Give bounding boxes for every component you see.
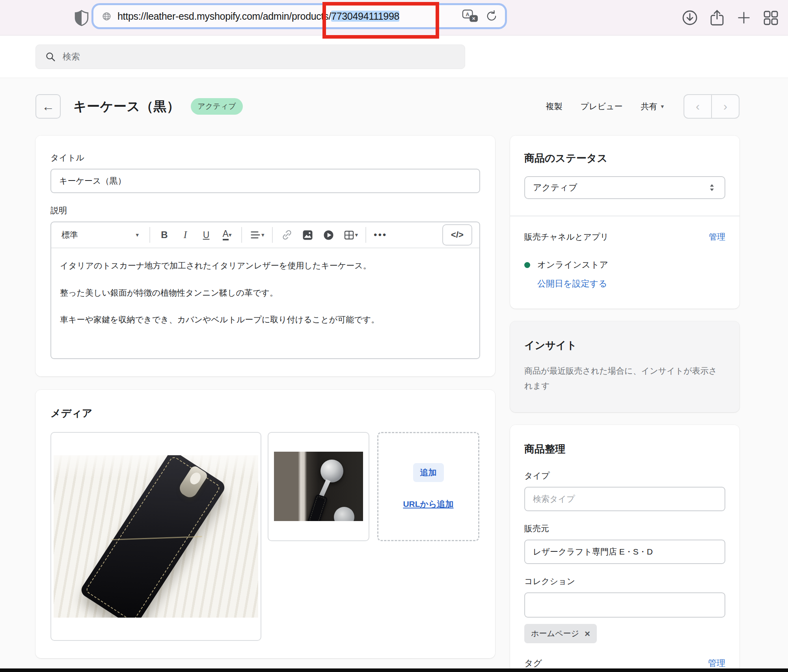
collection-tag-label: ホームページ: [531, 628, 579, 639]
vendor-label: 販売元: [524, 523, 725, 534]
reload-icon[interactable]: [485, 10, 498, 22]
product-pager: ‹ ›: [684, 94, 740, 119]
alignment-button[interactable]: ▾: [250, 229, 265, 241]
editor-toolbar: 標準 ▾ B I U A▾: [51, 222, 479, 248]
collections-label: コレクション: [524, 576, 725, 587]
organization-heading: 商品整理: [524, 442, 725, 456]
link-icon[interactable]: [280, 229, 294, 241]
tags-manage-link[interactable]: 管理: [708, 657, 725, 669]
tags-label: タグ: [524, 657, 542, 669]
title-label: タイトル: [50, 152, 480, 163]
new-tab-icon[interactable]: [736, 9, 752, 26]
svg-text:A: A: [466, 11, 469, 17]
remove-tag-icon[interactable]: ×: [585, 630, 590, 637]
share-button[interactable]: 共有▾: [641, 101, 664, 112]
chevron-left-icon: ‹: [696, 100, 700, 113]
globe-icon: [101, 10, 113, 22]
next-product-button[interactable]: ›: [712, 95, 739, 118]
chevron-down-icon: ▾: [261, 231, 265, 238]
search-icon: [45, 51, 56, 63]
chevron-down-icon: ▾: [661, 103, 664, 110]
insert-image-icon[interactable]: [301, 229, 315, 241]
tab-overview-icon[interactable]: [762, 9, 779, 26]
chevron-down-icon: ▾: [355, 231, 358, 238]
channels-label: 販売チャネルとアプリ: [524, 231, 609, 242]
collections-input[interactable]: [524, 592, 725, 618]
text-color-button[interactable]: A▾: [220, 229, 234, 240]
type-label: タイプ: [524, 470, 725, 481]
chevron-down-icon: ▾: [136, 231, 139, 238]
browser-chrome: https://leather-esd.myshopify.com/admin/…: [0, 0, 788, 35]
description-paragraph: 整った美しい銀面が特徴の植物性タンニン鞣しの革です。: [60, 287, 471, 299]
online-store-label: オンラインストア: [537, 259, 608, 271]
media-card: メディア: [35, 390, 495, 658]
status-select[interactable]: アクティブ: [524, 176, 725, 199]
prev-product-button[interactable]: ‹: [684, 95, 712, 118]
page-content: ← キーケース（黒） アクティブ 複製 プレビュー 共有▾ ‹ › タイトル 説…: [0, 78, 788, 672]
media-thumbnail-keycase[interactable]: [50, 432, 261, 641]
title-input[interactable]: [50, 169, 480, 193]
media-add-dropzone[interactable]: 追加 URLから追加: [377, 432, 479, 541]
description-editor: 標準 ▾ B I U A▾: [50, 222, 480, 359]
type-input[interactable]: [524, 487, 725, 511]
insights-heading: インサイト: [524, 339, 725, 352]
status-badge: アクティブ: [191, 98, 242, 115]
page-title: キーケース（黒）: [73, 98, 180, 115]
keycase-photo: [54, 455, 258, 618]
admin-search-bar: [0, 35, 788, 78]
search-input[interactable]: [63, 52, 456, 62]
annotation-red-box: [322, 2, 439, 39]
insights-card: インサイト 商品が最近販売された場合に、インサイトが表示されます: [510, 321, 740, 412]
set-publish-date-link[interactable]: 公開日を設定する: [537, 279, 607, 289]
translate-icon[interactable]: A ✕: [462, 8, 479, 24]
add-from-url-link[interactable]: URLから追加: [403, 499, 453, 510]
insert-table-icon[interactable]: ▾: [343, 229, 358, 241]
vendor-input[interactable]: [524, 540, 725, 564]
underline-button[interactable]: U: [199, 230, 213, 240]
leather-fob-shape: [307, 494, 328, 521]
italic-button[interactable]: I: [179, 229, 192, 240]
back-button[interactable]: ←: [35, 94, 61, 119]
product-status-card: 商品のステータス アクティブ 販売チャネルとアプリ 管理: [510, 136, 740, 309]
description-paragraph: 車キーや家鍵を収納できでき、カバンやベルトループに取り付けることが可能です。: [60, 313, 471, 326]
duplicate-button[interactable]: 複製: [546, 101, 563, 112]
url-input[interactable]: https://leather-esd.myshopify.com/admin/…: [93, 5, 505, 27]
svg-text:✕: ✕: [472, 16, 475, 21]
product-details-card: タイトル 説明 標準 ▾ B I U A▾: [35, 136, 495, 376]
insert-video-icon[interactable]: [322, 229, 335, 241]
select-updown-icon: [707, 182, 717, 193]
chevron-down-icon: ▾: [229, 231, 232, 238]
bold-button[interactable]: B: [158, 229, 171, 240]
online-store-status-dot: [524, 262, 530, 268]
description-label: 説明: [50, 205, 480, 216]
share-icon[interactable]: [708, 9, 726, 27]
door-knob-shape: [334, 507, 354, 521]
description-paragraph: イタリアのトスカーナ地方で加工されたイタリアンレザーを使用したキーケース。: [60, 259, 471, 272]
search-input-container[interactable]: [35, 45, 465, 69]
lock-cylinder-shape: [320, 460, 343, 482]
show-html-button[interactable]: </>: [442, 224, 472, 246]
download-icon[interactable]: [681, 9, 699, 26]
description-body[interactable]: イタリアのトスカーナ地方で加工されたイタリアンレザーを使用したキーケース。 整っ…: [51, 248, 479, 358]
organization-card: 商品整理 タイプ 販売元 コレクション ホームページ × タグ 管理: [510, 425, 740, 672]
screenshot-bottom-edge: [0, 668, 788, 672]
channels-manage-link[interactable]: 管理: [709, 231, 725, 242]
page-header: ← キーケース（黒） アクティブ 複製 プレビュー 共有▾ ‹ ›: [35, 94, 740, 119]
insights-body: 商品が最近販売された場合に、インサイトが表示されます: [524, 363, 725, 393]
doorlock-photo: [274, 452, 363, 521]
collection-tag-chip: ホームページ ×: [524, 624, 597, 643]
privacy-shield-icon[interactable]: [73, 8, 90, 27]
chevron-right-icon: ›: [723, 100, 727, 113]
add-media-button[interactable]: 追加: [413, 463, 444, 482]
paragraph-style-select[interactable]: 標準 ▾: [58, 229, 142, 240]
media-heading: メディア: [50, 406, 480, 420]
media-thumbnail-doorlock[interactable]: [268, 432, 369, 541]
more-options-icon[interactable]: •••: [374, 229, 387, 240]
back-arrow-icon: ←: [42, 99, 54, 114]
status-heading: 商品のステータス: [510, 151, 740, 165]
preview-button[interactable]: プレビュー: [581, 101, 623, 112]
